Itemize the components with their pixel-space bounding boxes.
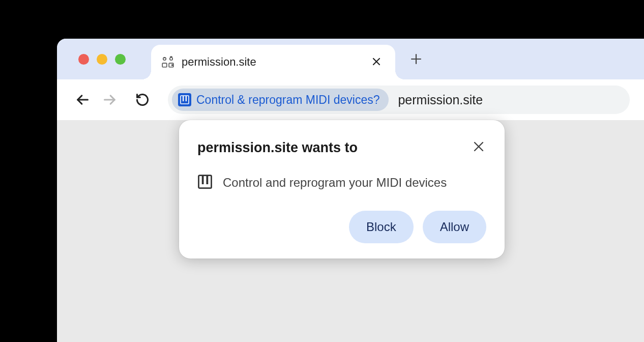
popup-title: permission.site wants to	[197, 140, 358, 156]
svg-point-3	[164, 58, 165, 58]
toolbar: Control & reprogram MIDI devices? permis…	[57, 79, 644, 120]
address-bar[interactable]: Control & reprogram MIDI devices? permis…	[168, 86, 630, 114]
svg-rect-4	[162, 63, 167, 67]
popup-body: Control and reprogram your MIDI devices	[197, 174, 486, 191]
svg-point-1	[170, 58, 172, 60]
url-text: permission.site	[398, 93, 483, 107]
block-button[interactable]: Block	[349, 211, 414, 243]
window-close-button[interactable]	[78, 54, 89, 65]
svg-point-6	[172, 65, 173, 66]
forward-button[interactable]	[99, 89, 121, 111]
svg-rect-20	[207, 176, 209, 185]
permission-popup: permission.site wants to Control	[179, 120, 505, 259]
reload-button[interactable]	[131, 89, 154, 111]
popup-close-button[interactable]	[471, 137, 486, 158]
svg-rect-18	[199, 176, 212, 188]
svg-rect-19	[202, 176, 204, 185]
tab-close-button[interactable]	[368, 53, 385, 71]
back-button[interactable]	[71, 89, 94, 111]
permission-chip-text: Control & reprogram MIDI devices?	[196, 93, 379, 107]
tab-title: permission.site	[182, 55, 368, 69]
svg-rect-15	[186, 96, 187, 101]
popup-body-text: Control and reprogram your MIDI devices	[223, 176, 447, 190]
permission-chip[interactable]: Control & reprogram MIDI devices?	[172, 89, 389, 111]
window-controls	[57, 54, 126, 65]
permission-favicon-icon	[161, 55, 174, 69]
window-minimize-button[interactable]	[97, 54, 107, 65]
window-maximize-button[interactable]	[115, 54, 126, 65]
browser-window: permission.site	[57, 39, 644, 342]
new-tab-button[interactable]	[407, 50, 425, 68]
popup-actions: Block Allow	[197, 211, 486, 243]
allow-button[interactable]: Allow	[423, 211, 486, 243]
svg-rect-13	[181, 96, 189, 104]
svg-rect-14	[183, 96, 184, 101]
midi-icon	[197, 174, 213, 191]
popup-header: permission.site wants to	[197, 137, 486, 158]
midi-icon	[178, 93, 191, 106]
tab-strip: permission.site	[57, 39, 644, 79]
browser-tab[interactable]: permission.site	[151, 45, 395, 79]
page-content: permission.site wants to Control	[57, 120, 644, 342]
